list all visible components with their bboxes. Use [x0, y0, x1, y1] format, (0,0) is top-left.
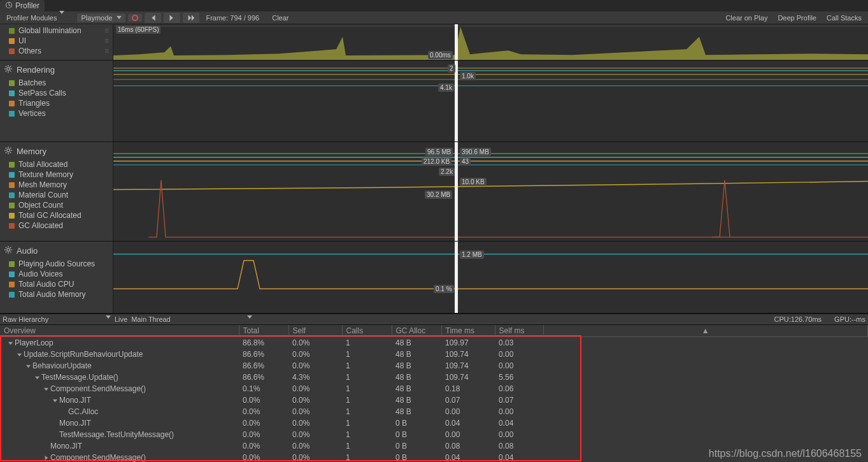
next-frame-button[interactable] [164, 13, 180, 23]
cpu-time: CPU:126.70ms [774, 315, 822, 323]
timeline-rendering[interactable]: 2 1.0k 4.1k [113, 61, 868, 141]
cell: 0.03 [495, 337, 543, 349]
drag-handle-icon[interactable]: ≡ [104, 26, 109, 35]
svg-line-34 [6, 247, 7, 249]
svg-point-29 [7, 249, 10, 251]
badge-mb: 1.2 MB [460, 250, 484, 259]
col-overview[interactable]: Overview [0, 325, 239, 337]
cell: 1 [342, 452, 392, 462]
timeline-memory[interactable]: 96.5 MB 390.6 MB 212.0 KB 43 2.2k 10.0 K… [113, 142, 868, 241]
cell: 0.0% [239, 394, 288, 406]
clear-button[interactable]: Clear [268, 13, 292, 22]
legend-vertices[interactable]: Vertices [0, 108, 113, 119]
cell: 0.0% [288, 417, 342, 429]
col-sort[interactable]: ▲ [543, 325, 868, 337]
table-row[interactable]: GC.Alloc0.0%0.0%148 B0.000.00 [0, 406, 868, 417]
legend-others[interactable]: Others ≡ [0, 46, 113, 56]
legend-setpass[interactable]: SetPass Calls [0, 88, 113, 98]
record-button[interactable] [128, 14, 142, 22]
legend-triangles[interactable]: Triangles [0, 98, 113, 108]
table-row[interactable]: PlayerLoop86.8%0.0%148 B109.970.03 [0, 337, 868, 349]
call-stacks-button[interactable]: Call Stacks [823, 13, 865, 22]
swatch-icon [9, 192, 15, 198]
legend-texture-mem[interactable]: Texture Memory [0, 170, 113, 180]
col-gc[interactable]: GC Alloc [392, 325, 441, 337]
tab-label: Profiler [15, 1, 39, 10]
cell: 86.6% [239, 360, 288, 372]
cell: 0.0% [239, 452, 288, 462]
legend-gc-alloc[interactable]: GC Allocated [0, 220, 113, 231]
legend-total-gc[interactable]: Total GC Allocated [0, 210, 113, 220]
legend-audio-voices[interactable]: Audio Voices [0, 269, 113, 279]
table-row[interactable]: TestMessage.TestUnityMessage()0.0%0.0%10… [0, 429, 868, 440]
hierarchy-bar: Raw Hierarchy Live Main Thread CPU:126.7… [0, 314, 868, 325]
tab-profiler[interactable]: Profiler [0, 0, 45, 12]
cell: 86.6% [239, 372, 288, 383]
timeline-cpu[interactable]: 16ms (60FPS) 0.00ms [113, 24, 868, 60]
col-self[interactable]: Self [288, 325, 342, 337]
cell: 0.04 [495, 417, 543, 429]
cell: 48 B [392, 372, 441, 383]
legend-label: GC Allocated [18, 221, 63, 230]
badge-c: 212.0 KB [422, 157, 452, 166]
table-row[interactable]: Mono.JIT0.0%0.0%148 B0.070.07 [0, 394, 868, 406]
section-header-audio[interactable]: Audio [0, 243, 113, 259]
table-row[interactable]: Component.SendMessage()0.1%0.0%148 B0.18… [0, 383, 868, 394]
deep-profile-button[interactable]: Deep Profile [774, 13, 820, 22]
cell: 0.0% [239, 429, 288, 440]
table-row[interactable]: TestMessage.Update()86.6%4.3%148 B109.74… [0, 372, 868, 383]
first-frame-button[interactable] [145, 13, 161, 23]
swatch-icon [9, 172, 15, 178]
section-header-rendering[interactable]: Rendering [0, 62, 113, 78]
drag-handle-icon[interactable]: ≡ [104, 36, 109, 45]
legend-label: Others [18, 47, 41, 55]
last-frame-button[interactable] [183, 13, 199, 23]
legend-material-count[interactable]: Material Count [0, 190, 113, 200]
call-stacks-label: Call Stacks [827, 14, 862, 22]
gear-icon [4, 146, 13, 157]
cell: 0.0% [288, 440, 342, 452]
frame-label: Frame: 794 / 996 [206, 14, 259, 22]
legend-audio-sources[interactable]: Playing Audio Sources [0, 259, 113, 269]
mode-dropdown[interactable]: Playmode [77, 13, 125, 22]
row-name: Component.SendMessage() [50, 384, 146, 393]
hierarchy-table: Overview Total Self Calls GC Alloc Time … [0, 325, 868, 462]
table-row[interactable]: Mono.JIT0.0%0.0%10 B0.040.04 [0, 417, 868, 429]
swatch-icon [9, 38, 15, 44]
svg-line-22 [10, 152, 11, 154]
col-selfms[interactable]: Self ms [495, 325, 543, 337]
swatch-icon [9, 101, 15, 106]
row-name: GC.Alloc [68, 407, 98, 416]
gpu-time: GPU:--ms [834, 315, 865, 323]
legend-audio-cpu[interactable]: Total Audio CPU [0, 279, 113, 289]
col-total[interactable]: Total [239, 325, 288, 337]
legend-total-alloc[interactable]: Total Allocated [0, 159, 113, 170]
cell: 48 B [392, 383, 441, 394]
drag-handle-icon[interactable]: ≡ [104, 47, 109, 55]
legend-global-illumination[interactable]: Global Illumination ≡ [0, 25, 113, 36]
cell: 109.74 [441, 360, 495, 372]
table-row[interactable]: Update.ScriptRunBehaviourUpdate86.6%0.0%… [0, 349, 868, 360]
legend-object-count[interactable]: Object Count [0, 200, 113, 210]
col-time[interactable]: Time ms [441, 325, 495, 337]
timeline-audio[interactable]: 1.2 MB 0.1 % [113, 242, 868, 313]
thread-dropdown[interactable]: Main Thread [131, 315, 252, 323]
live-label: Live [115, 315, 127, 323]
swatch-icon [9, 90, 15, 96]
legend-mesh-mem[interactable]: Mesh Memory [0, 180, 113, 190]
section-title: Audio [17, 246, 38, 256]
table-row[interactable]: BehaviourUpdate86.6%0.0%148 B109.740.00 [0, 360, 868, 372]
clear-on-play-button[interactable]: Clear on Play [722, 13, 771, 22]
legend-ui[interactable]: UI ≡ [0, 36, 113, 46]
legend-batches[interactable]: Batches [0, 78, 113, 88]
cell: 109.74 [441, 349, 495, 360]
hierarchy-mode-dropdown[interactable]: Raw Hierarchy [3, 315, 111, 323]
cell: 0.07 [495, 394, 543, 406]
legend-audio-mem[interactable]: Total Audio Memory [0, 289, 113, 300]
legend-label: Vertices [18, 109, 46, 118]
swatch-icon [9, 213, 15, 219]
svg-line-7 [6, 66, 7, 68]
section-header-memory[interactable]: Memory [0, 143, 113, 159]
profiler-modules-dropdown[interactable]: Profiler Modules [3, 13, 68, 22]
col-calls[interactable]: Calls [342, 325, 392, 337]
